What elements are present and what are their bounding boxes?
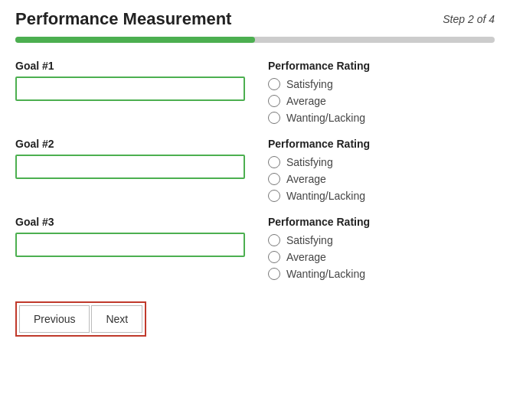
step-indicator: Step 2 of 4 — [443, 13, 495, 25]
radio-option-satisfying-2[interactable]: Satisfying — [268, 156, 495, 168]
radio-label-satisfying-3[interactable]: Satisfying — [286, 234, 333, 246]
goal-label-2: Goal #2 — [15, 138, 245, 150]
radio-average-1[interactable] — [268, 95, 280, 107]
goal-input-1[interactable] — [15, 77, 245, 101]
radio-wanting-2[interactable] — [268, 190, 280, 202]
radio-label-wanting-3[interactable]: Wanting/Lacking — [286, 268, 365, 280]
radio-option-average-2[interactable]: Average — [268, 173, 495, 185]
radio-wanting-1[interactable] — [268, 112, 280, 124]
radio-group-1: Satisfying Average Wanting/Lacking — [268, 78, 495, 124]
radio-satisfying-1[interactable] — [268, 78, 280, 90]
radio-average-2[interactable] — [268, 173, 280, 185]
progress-bar-fill — [15, 37, 255, 43]
radio-option-satisfying-1[interactable]: Satisfying — [268, 78, 495, 90]
rating-label-3: Performance Rating — [268, 216, 495, 228]
radio-label-wanting-1[interactable]: Wanting/Lacking — [286, 112, 365, 124]
goal-left-2: Goal #2 — [15, 138, 245, 179]
goal-row-2: Goal #2 Performance Rating Satisfying Av… — [15, 138, 495, 202]
radio-satisfying-2[interactable] — [268, 156, 280, 168]
header: Performance Measurement Step 2 of 4 — [15, 9, 495, 29]
rating-section-2: Performance Rating Satisfying Average Wa… — [268, 138, 495, 202]
goals-section: Goal #1 Performance Rating Satisfying Av… — [15, 60, 495, 280]
radio-option-average-1[interactable]: Average — [268, 95, 495, 107]
previous-button[interactable]: Previous — [19, 305, 90, 333]
rating-section-3: Performance Rating Satisfying Average Wa… — [268, 216, 495, 280]
rating-label-1: Performance Rating — [268, 60, 495, 72]
radio-option-wanting-1[interactable]: Wanting/Lacking — [268, 112, 495, 124]
radio-label-satisfying-1[interactable]: Satisfying — [286, 78, 333, 90]
rating-section-1: Performance Rating Satisfying Average Wa… — [268, 60, 495, 124]
radio-average-3[interactable] — [268, 251, 280, 263]
goal-label-1: Goal #1 — [15, 60, 245, 72]
goal-input-3[interactable] — [15, 233, 245, 257]
progress-bar-container — [15, 37, 495, 43]
goal-label-3: Goal #3 — [15, 216, 245, 228]
next-button[interactable]: Next — [91, 305, 142, 333]
radio-option-satisfying-3[interactable]: Satisfying — [268, 234, 495, 246]
radio-option-average-3[interactable]: Average — [268, 251, 495, 263]
buttons-row: Previous Next — [15, 301, 495, 337]
rating-label-2: Performance Rating — [268, 138, 495, 150]
radio-label-average-2[interactable]: Average — [286, 173, 326, 185]
radio-wanting-3[interactable] — [268, 268, 280, 280]
goal-left-1: Goal #1 — [15, 60, 245, 101]
page-title: Performance Measurement — [15, 9, 231, 29]
goal-row-1: Goal #1 Performance Rating Satisfying Av… — [15, 60, 495, 124]
goal-left-3: Goal #3 — [15, 216, 245, 257]
radio-satisfying-3[interactable] — [268, 234, 280, 246]
radio-group-2: Satisfying Average Wanting/Lacking — [268, 156, 495, 202]
radio-label-satisfying-2[interactable]: Satisfying — [286, 156, 333, 168]
radio-label-wanting-2[interactable]: Wanting/Lacking — [286, 190, 365, 202]
radio-group-3: Satisfying Average Wanting/Lacking — [268, 234, 495, 280]
goal-input-2[interactable] — [15, 155, 245, 179]
radio-label-average-3[interactable]: Average — [286, 251, 326, 263]
radio-label-average-1[interactable]: Average — [286, 95, 326, 107]
radio-option-wanting-3[interactable]: Wanting/Lacking — [268, 268, 495, 280]
goal-row-3: Goal #3 Performance Rating Satisfying Av… — [15, 216, 495, 280]
page-container: Performance Measurement Step 2 of 4 Goal… — [0, 0, 510, 420]
radio-option-wanting-2[interactable]: Wanting/Lacking — [268, 190, 495, 202]
button-wrapper: Previous Next — [15, 301, 146, 337]
